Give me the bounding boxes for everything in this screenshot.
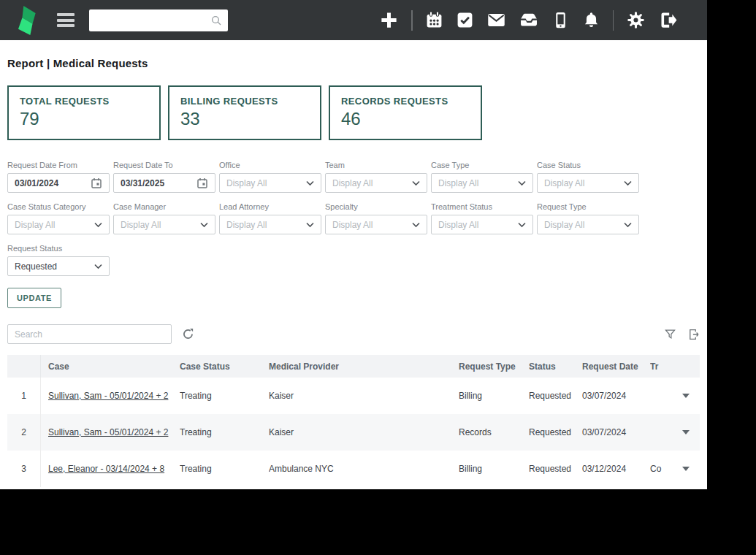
sign-out-icon[interactable] <box>658 10 678 30</box>
table-search-input[interactable] <box>7 324 172 344</box>
select-value: Display All <box>544 178 624 188</box>
select-team[interactable]: Display All <box>325 173 427 193</box>
chevron-down-icon <box>518 222 526 228</box>
header-actions <box>672 355 700 378</box>
status-cell: Requested <box>529 451 582 487</box>
calendar-icon[interactable] <box>425 11 443 29</box>
select-case-manager[interactable]: Display All <box>113 215 215 234</box>
brand-logo-icon[interactable] <box>13 6 38 35</box>
row-expand-caret-icon[interactable] <box>682 394 690 398</box>
filter-office: Office Display All <box>219 161 321 193</box>
filter-specialty: Specialty Display All <box>325 202 427 234</box>
divider <box>411 10 413 31</box>
filter-team: Team Display All <box>325 161 427 193</box>
search-icon <box>210 15 222 26</box>
filters-grid: Request Date From 03/01/2024 Request Dat… <box>7 161 703 276</box>
case-link[interactable]: Sullivan, Sam - 05/01/2024 + 2 <box>48 391 168 401</box>
table-row: 2 Sullivan, Sam - 05/01/2024 + 2 Treatin… <box>7 414 700 451</box>
filter-case-manager: Case Manager Display All <box>113 202 215 234</box>
select-case-type[interactable]: Display All <box>431 173 533 193</box>
stat-card-billing-requests: BILLING REQUESTS 33 <box>168 85 321 140</box>
select-treatment-status[interactable]: Display All <box>431 215 533 234</box>
export-icon[interactable] <box>687 328 700 341</box>
row-number: 1 <box>7 378 41 414</box>
global-search[interactable] <box>89 9 228 31</box>
header-request-type: Request Type <box>459 355 529 378</box>
calendar-icon[interactable] <box>196 177 208 189</box>
stat-cards: TOTAL REQUESTS 79 BILLING REQUESTS 33 RE… <box>7 85 703 140</box>
request-date-cell: 03/07/2024 <box>582 378 650 414</box>
requests-table: Case Case Status Medical Provider Reques… <box>7 355 700 487</box>
screen: Report | Medical Requests TOTAL REQUESTS… <box>0 0 756 555</box>
stat-card-total-requests: TOTAL REQUESTS 79 <box>7 85 161 140</box>
global-search-input[interactable] <box>95 14 210 26</box>
select-specialty[interactable]: Display All <box>325 215 427 234</box>
chevron-down-icon <box>200 222 208 228</box>
case-link[interactable]: Sullivan, Sam - 05/01/2024 + 2 <box>48 427 168 437</box>
inbox-icon[interactable] <box>519 10 539 31</box>
filter-lead-attorney: Lead Attorney Display All <box>219 202 321 234</box>
select-request-status[interactable]: Requested <box>7 256 110 276</box>
select-value: Requested <box>15 261 94 272</box>
top-navbar <box>0 0 707 40</box>
phone-icon[interactable] <box>551 11 570 29</box>
case-link[interactable]: Lee, Eleanor - 03/14/2024 + 8 <box>48 464 164 474</box>
filter-label: Request Type <box>537 202 639 211</box>
select-case-status-category[interactable]: Display All <box>7 215 110 234</box>
header-row-number <box>7 355 41 378</box>
select-request-type[interactable]: Display All <box>537 215 639 234</box>
select-value: Display All <box>332 178 412 188</box>
select-value: Display All <box>332 220 412 230</box>
date-input-request-date-from[interactable]: 03/01/2024 <box>7 173 110 193</box>
filter-label: Case Status Category <box>7 202 110 211</box>
header-status: Status <box>529 355 582 378</box>
stat-value: 46 <box>341 109 470 129</box>
filter-label: Case Manager <box>113 202 215 211</box>
refresh-icon[interactable] <box>181 327 195 341</box>
chevron-down-icon <box>412 222 420 228</box>
status-cell: Requested <box>529 414 582 451</box>
row-expand-caret-icon[interactable] <box>682 430 690 435</box>
menu-icon[interactable] <box>57 11 75 30</box>
header-request-date: Request Date <box>582 355 650 378</box>
table-header-row: Case Case Status Medical Provider Reques… <box>7 355 700 378</box>
date-input-request-date-to[interactable]: 03/31/2025 <box>113 173 215 193</box>
filter-label: Treatment Status <box>431 202 533 211</box>
request-date-cell: 03/12/2024 <box>582 451 650 487</box>
request-type-cell: Billing <box>459 451 529 487</box>
stat-value: 79 <box>20 109 148 129</box>
date-value: 03/01/2024 <box>15 178 91 188</box>
select-value: Display All <box>438 178 518 188</box>
filter-case-type: Case Type Display All <box>431 161 533 193</box>
mail-icon[interactable] <box>486 10 506 30</box>
filter-label: Case Status <box>537 161 639 169</box>
select-value: Display All <box>121 220 200 230</box>
add-icon[interactable] <box>379 10 399 30</box>
medical-provider-cell: Ambulance NYC <box>269 451 459 487</box>
select-case-status[interactable]: Display All <box>537 173 639 193</box>
chevron-down-icon <box>624 180 632 186</box>
row-number: 3 <box>7 451 41 487</box>
filter-label: Team <box>325 161 427 169</box>
row-expand-caret-icon[interactable] <box>682 467 690 471</box>
select-office[interactable]: Display All <box>219 173 321 193</box>
tasks-icon[interactable] <box>456 11 474 29</box>
stat-label: RECORDS REQUESTS <box>341 96 470 107</box>
chevron-down-icon <box>306 222 314 228</box>
filter-label: Specialty <box>325 202 427 211</box>
update-button[interactable]: UPDATE <box>7 288 61 308</box>
settings-icon[interactable] <box>626 10 646 30</box>
calendar-icon[interactable] <box>91 177 102 189</box>
filter-label: Request Date To <box>113 161 215 169</box>
chevron-down-icon <box>94 222 102 228</box>
filter-label: Case Type <box>431 161 533 169</box>
filter-request-date-from: Request Date From 03/01/2024 <box>7 161 110 193</box>
case-status-cell: Treating <box>180 378 269 414</box>
case-status-cell: Treating <box>180 451 269 487</box>
row-number: 2 <box>7 414 41 451</box>
notifications-icon[interactable] <box>582 11 600 29</box>
request-date-cell: 03/07/2024 <box>582 414 650 451</box>
filter-funnel-icon[interactable] <box>664 328 676 340</box>
select-lead-attorney[interactable]: Display All <box>219 215 321 234</box>
app-window: Report | Medical Requests TOTAL REQUESTS… <box>0 0 707 489</box>
